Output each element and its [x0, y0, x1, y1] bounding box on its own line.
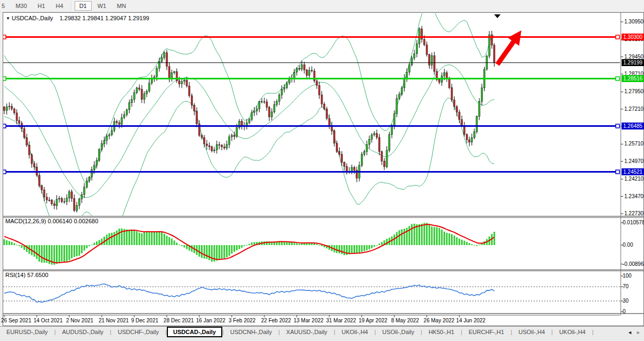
chart-tab-audusd-daily[interactable]: AUDUSD-,Daily [55, 327, 110, 337]
date-axis-label: 9 Dec 2021 [131, 318, 158, 323]
price-badge-support-blue2-line: 1.24521 [622, 168, 644, 175]
price-badge-current-price-line: 1.29199 [622, 59, 644, 66]
date-axis-label: 28 Dec 2021 [164, 318, 194, 323]
rsi-scale-tick: 0 [623, 308, 644, 314]
chart-tab-usdchf-daily[interactable]: USDCHF-,Daily [111, 327, 165, 337]
trading-platform-window: 5M30H1H4D1W1MN ▼ USDCAD-,Daily 1.29832 1… [0, 0, 644, 341]
chart-tab-usoil-h4[interactable]: USOil-,H4 [512, 327, 552, 337]
rsi-scale-tick: 100 [623, 273, 644, 279]
date-axis-label: 3 Feb 2022 [229, 318, 256, 323]
symbol-tab-bar: EURUSD-,Daily|AUDUSD-,Daily|USDCHF-,Dail… [0, 326, 644, 341]
macd-scale-tick: 0.00 [623, 242, 644, 248]
date-axis-label: 31 Mar 2022 [326, 318, 356, 323]
rsi-scale-tick: 30 [623, 298, 644, 304]
price-scale-tick: 1.27210 [624, 106, 644, 112]
tab-scroll-left-icon[interactable]: ◄ [627, 330, 632, 335]
price-badge-support-green-line: 1.28516 [622, 75, 644, 82]
tab-scroll-right-icon[interactable]: ► [636, 330, 641, 335]
chart-tab-hk50-h1[interactable]: HK50-,H1 [422, 327, 461, 337]
chart-tab-eurusd-daily[interactable]: EURUSD-,Daily [0, 327, 54, 337]
date-axis-label: 22 Feb 2022 [261, 318, 291, 323]
chart-title: ▼ USDCAD-,Daily 1.29832 1.29841 1.29047 … [6, 15, 149, 21]
chart-tab-ukoil-h4[interactable]: UKOil-,H4 [553, 327, 592, 337]
price-scale-tick: 1.24970 [624, 158, 644, 164]
date-axis-label: 16 Jan 2022 [196, 318, 226, 323]
price-scale-tick: 1.22730 [624, 210, 644, 216]
chart-tab-ukoil-h4[interactable]: UKOil-,H4 [335, 327, 375, 337]
chart-tab-xauusd-daily[interactable]: XAUUSD-,Daily [280, 327, 334, 337]
chart-symbol-label: USDCAD-,Daily [12, 15, 53, 21]
chart-tab-usdcad-daily[interactable]: USDCAD-,Daily [167, 327, 222, 337]
chart-tab-usdcnh-daily[interactable]: USDCNH-,Daily [224, 327, 278, 337]
date-axis-label: 13 Mar 2022 [294, 318, 324, 323]
price-badge-support-blue1-line: 1.26485 [622, 123, 644, 129]
date-axis-label: 14 Oct 2021 [34, 318, 62, 323]
macd-indicator-label: MACD(12,26,9) 0.006140 0.002680 [5, 218, 98, 224]
chart-window-frame [3, 13, 644, 326]
date-axis-label: 26 Sep 2021 [1, 318, 31, 323]
price-scale-tick: 1.27950 [624, 88, 644, 94]
rsi-scale-tick: 70 [623, 283, 644, 289]
price-badge-resistance-line: 1.30300 [622, 34, 644, 40]
price-chart-svg [0, 0, 644, 341]
chart-tab-usoil-daily[interactable]: USOil-,Daily [376, 327, 421, 337]
price-scale-tick: 1.30950 [624, 19, 644, 25]
date-axis-label: 8 May 2022 [391, 318, 419, 323]
price-scale-tick: 1.24210 [624, 176, 644, 182]
chart-tab-eurchf-h1[interactable]: EURCHF-,H1 [462, 327, 511, 337]
date-axis-label: 21 Nov 2021 [99, 318, 129, 323]
rsi-indicator-label: RSI(14) 57.6500 [5, 272, 49, 278]
date-axis-label: 14 Jun 2022 [456, 318, 486, 323]
price-scale-tick: 1.29450 [624, 54, 644, 60]
chart-ohlc-quote: 1.29832 1.29841 1.29047 1.29199 [60, 15, 149, 21]
macd-scale-tick: -0.00896 [623, 261, 644, 267]
price-scale-tick: 1.25710 [624, 141, 644, 147]
macd-scale-tick: 0.010578 [623, 220, 644, 225]
tab-separator: | [592, 329, 593, 335]
date-axis-label: 26 May 2022 [424, 318, 455, 323]
price-scale-tick: 1.23470 [624, 193, 644, 199]
chart-dropdown-icon[interactable]: ▼ [6, 16, 10, 21]
date-axis-label: 2 Nov 2021 [66, 318, 93, 323]
date-axis-label: 19 Apr 2022 [359, 318, 388, 323]
